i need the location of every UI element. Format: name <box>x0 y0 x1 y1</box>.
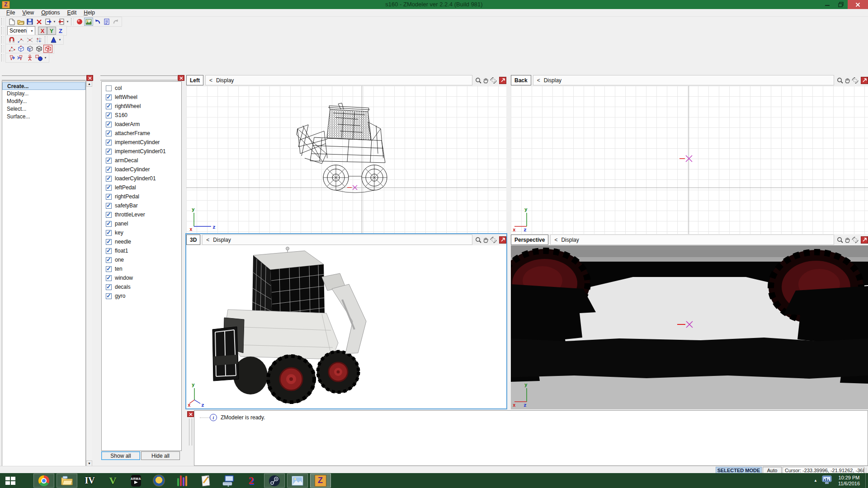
zoom-icon[interactable] <box>836 76 844 84</box>
close-button[interactable] <box>848 0 868 9</box>
command-panel-item[interactable]: Surface... <box>2 113 85 121</box>
viewport-display-menu[interactable]: Display <box>216 77 238 84</box>
object-visibility-checkbox[interactable] <box>106 176 112 182</box>
viewport-3d-canvas[interactable]: y x z <box>186 245 506 408</box>
minimize-button[interactable] <box>821 0 834 9</box>
object-list-row[interactable]: attacherFrame <box>102 129 181 138</box>
menu-item[interactable]: File <box>3 9 19 17</box>
object-list-row[interactable]: window <box>102 273 181 282</box>
command-panel-item[interactable]: Select... <box>2 105 85 113</box>
object-visibility-checkbox[interactable] <box>106 257 112 263</box>
object-list-row[interactable]: rightPedal <box>102 192 181 201</box>
undo-button[interactable] <box>93 18 102 26</box>
vertex-weld-tool-button[interactable] <box>25 36 34 44</box>
taskbar-photo-viewer[interactable] <box>287 474 308 488</box>
object-list-row[interactable]: loaderCylinder <box>102 165 181 174</box>
viewport-collapse-button[interactable]: < <box>203 237 213 243</box>
dummy-helper-button[interactable] <box>34 54 43 62</box>
object-visibility-checkbox[interactable] <box>106 239 112 245</box>
object-visibility-checkbox[interactable] <box>106 94 112 100</box>
vertices-level-button[interactable] <box>7 45 16 53</box>
open-file-button[interactable] <box>16 18 25 26</box>
command-panel-grip[interactable] <box>2 75 86 80</box>
object-panel-grip[interactable] <box>100 75 177 80</box>
start-button[interactable] <box>1 474 19 488</box>
toolbar-grip[interactable] <box>1 54 4 61</box>
export-dropdown-caret[interactable]: ▼ <box>52 20 57 23</box>
object-list-row[interactable]: rightWheel <box>102 102 181 111</box>
taskbar-gta-iv[interactable]: IV <box>80 474 100 488</box>
object-list-row[interactable]: float1 <box>102 246 181 255</box>
object-list-row[interactable]: col <box>102 84 181 93</box>
object-list-row[interactable]: panel <box>102 219 181 228</box>
branch-level-button[interactable] <box>34 45 43 53</box>
object-list-row[interactable]: key <box>102 228 181 237</box>
taskbar-media-app[interactable] <box>172 474 193 488</box>
attach-tool-button[interactable] <box>16 54 25 62</box>
auto-mode-button[interactable]: Auto <box>763 467 782 474</box>
tray-expand-chevron[interactable]: ▲ <box>809 479 822 483</box>
taskbar-zmodeler[interactable]: Z <box>310 474 331 488</box>
texture-browser-button[interactable] <box>84 18 93 26</box>
viewport-left-canvas[interactable]: y z x <box>186 86 506 234</box>
object-list-row[interactable]: needle <box>102 237 181 246</box>
orbit-icon[interactable] <box>851 76 859 84</box>
toolbar-grip[interactable] <box>1 45 4 52</box>
object-visibility-checkbox[interactable] <box>106 203 112 209</box>
object-list-row[interactable]: one <box>102 255 181 264</box>
viewport-back-canvas[interactable]: y x z <box>511 86 868 234</box>
command-panel-item[interactable]: Display... <box>2 90 85 98</box>
taskbar-arma[interactable]: ARMA <box>126 474 146 488</box>
edges-level-button[interactable] <box>16 45 25 53</box>
axis-y-toggle[interactable]: Y <box>47 27 56 35</box>
clock[interactable]: 10:29 PM 11/6/2016 <box>838 475 860 487</box>
facing-cone-button[interactable] <box>49 36 58 44</box>
command-panel-close-button[interactable] <box>86 75 93 81</box>
export-button[interactable] <box>43 18 52 26</box>
taskbar-fallout[interactable] <box>149 474 170 488</box>
object-visibility-checkbox[interactable] <box>106 85 112 91</box>
viewport-3d-tab[interactable]: 3D <box>186 235 200 245</box>
show-all-button[interactable]: Show all <box>101 451 140 460</box>
object-list-row[interactable]: decals <box>102 282 181 291</box>
viewport-display-menu[interactable]: Display <box>561 237 583 243</box>
object-visibility-checkbox[interactable] <box>106 140 112 145</box>
toolbar-grip[interactable] <box>1 27 4 34</box>
zoom-icon[interactable] <box>836 236 844 244</box>
axis-x-toggle[interactable]: X <box>38 27 47 35</box>
material-editor-button[interactable] <box>75 18 84 26</box>
command-panel-item[interactable]: Modify... <box>2 98 85 105</box>
message-panel-close-button[interactable] <box>187 411 194 417</box>
viewport-maximize-button[interactable] <box>499 236 506 244</box>
object-list-row[interactable]: implementCylinder01 <box>102 147 181 156</box>
viewport-maximize-button[interactable] <box>861 236 868 244</box>
import-button[interactable] <box>57 18 66 26</box>
menu-item[interactable]: Options <box>38 9 63 17</box>
object-visibility-checkbox[interactable] <box>106 131 112 136</box>
vertex-move-tool-button[interactable] <box>16 36 25 44</box>
object-list-row[interactable]: implementCylinder <box>102 138 181 147</box>
space-mode-select[interactable]: Screen ▼ <box>7 26 35 35</box>
viewport-maximize-button[interactable] <box>861 77 868 84</box>
command-panel-item[interactable]: Create... <box>2 82 85 90</box>
object-visibility-checkbox[interactable] <box>106 248 112 254</box>
chevron-down-icon[interactable]: ▼ <box>27 27 35 34</box>
zoom-icon[interactable] <box>474 76 482 84</box>
taskbar-remote-desktop[interactable] <box>218 474 239 488</box>
object-list-row[interactable]: ten <box>102 264 181 273</box>
viewport-display-menu[interactable]: Display <box>213 237 235 243</box>
object-list-row[interactable]: throttleLever <box>102 210 181 219</box>
facing-dropdown-caret[interactable]: ▼ <box>58 38 62 41</box>
taskbar-zanoza-app[interactable]: 2 <box>241 474 262 488</box>
object-visibility-checkbox[interactable] <box>106 167 112 173</box>
new-file-button[interactable] <box>7 18 16 26</box>
skeleton-tool-button[interactable] <box>25 54 34 62</box>
grid-snap-tool-button[interactable] <box>34 36 43 44</box>
menu-item[interactable]: Help <box>80 9 99 17</box>
object-visibility-checkbox[interactable] <box>106 149 112 155</box>
object-visibility-checkbox[interactable] <box>106 185 112 191</box>
delete-button[interactable] <box>34 18 43 26</box>
network-tray-icon[interactable] <box>822 475 832 486</box>
object-list-row[interactable]: S160 <box>102 111 181 120</box>
polygons-level-button[interactable] <box>25 45 34 53</box>
